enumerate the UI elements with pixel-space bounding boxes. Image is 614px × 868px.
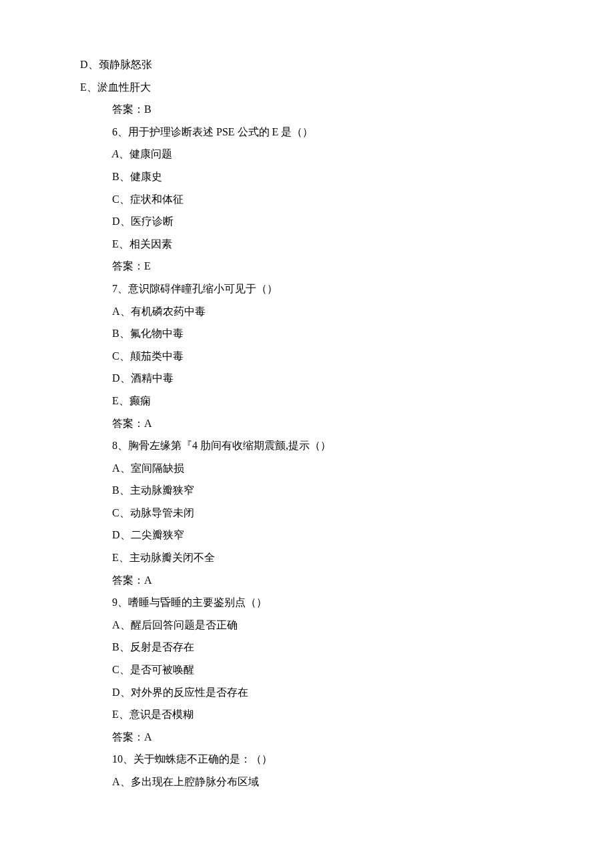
text-line: C、症状和体征 — [80, 188, 534, 211]
text-line: 答案：A — [80, 726, 534, 749]
text-line: E、意识是否模糊 — [80, 703, 534, 726]
line-text: E、意识是否模糊 — [112, 709, 194, 720]
text-line: B、主动脉瓣狭窄 — [80, 479, 534, 502]
text-line: A、有机磷农药中毒 — [80, 300, 534, 323]
text-line: 7、意识隙碍伴瞳孔缩小可见于（） — [80, 278, 534, 300]
text-line: 8、胸骨左缘第『4 肋间有收缩期震颤,提示（） — [80, 434, 534, 457]
line-text: 答案：E — [112, 260, 151, 272]
text-line: D、对外界的反应性是否存在 — [80, 681, 534, 704]
text-line: B、健康史 — [80, 165, 534, 188]
text-line: E、淤血性肝大 — [80, 76, 534, 99]
line-text: D、二尖瓣狭窄 — [112, 529, 184, 540]
line-text: 答案：A — [112, 731, 152, 743]
text-line: 答案：B — [80, 98, 534, 121]
line-text: E、淤血性肝大 — [80, 81, 151, 93]
text-line: E、主动脉瓣关闭不全 — [80, 546, 534, 569]
text-line: C、是否可被唤醒 — [80, 659, 534, 681]
option-prefix: A — [112, 148, 119, 159]
text-line: 9、嗜睡与昏睡的主要鉴别点（） — [80, 591, 534, 614]
document-content: D、颈静脉怒张E、淤血性肝大答案：B6、用于护理诊断表述 PSE 公式的 E 是… — [80, 53, 534, 793]
text-line: D、医疗诊断 — [80, 210, 534, 233]
line-text: 8、胸骨左缘第『4 肋间有收缩期震颤,提示（） — [112, 440, 331, 451]
line-text: B、反射是否存在 — [112, 641, 194, 653]
document-page: D、颈静脉怒张E、淤血性肝大答案：B6、用于护理诊断表述 PSE 公式的 E 是… — [0, 0, 614, 847]
line-text: A、多出现在上腔静脉分布区域 — [112, 776, 259, 787]
text-line: 答案：A — [80, 412, 534, 435]
text-line: A、多出现在上腔静脉分布区域 — [80, 771, 534, 793]
line-text: 答案：A — [112, 574, 152, 586]
line-text: D、对外界的反应性是否存在 — [112, 687, 248, 698]
text-line: A、醒后回答问题是否正确 — [80, 614, 534, 636]
text-line: 6、用于护理诊断表述 PSE 公式的 E 是（） — [80, 121, 534, 143]
line-text: E、相关因素 — [112, 238, 172, 250]
line-text: D、医疗诊断 — [112, 215, 174, 227]
text-line: E、相关因素 — [80, 233, 534, 256]
line-text: A、室间隔缺损 — [112, 462, 184, 474]
text-line: B、氟化物中毒 — [80, 322, 534, 345]
line-text: A、醒后回答问题是否正确 — [112, 619, 238, 630]
text-line: D、二尖瓣狭窄 — [80, 524, 534, 546]
text-line: D、酒精中毒 — [80, 367, 534, 390]
line-text: 、健康问题 — [119, 148, 172, 159]
line-text: C、是否可被唤醒 — [112, 664, 194, 675]
line-text: 7、意识隙碍伴瞳孔缩小可见于（） — [112, 283, 278, 294]
text-line: 答案：E — [80, 255, 534, 278]
line-text: B、主动脉瓣狭窄 — [112, 484, 194, 496]
text-line: 10、关于蜘蛛痣不正确的是：（） — [80, 748, 534, 771]
text-line: C、颠茄类中毒 — [80, 345, 534, 368]
line-text: B、氟化物中毒 — [112, 328, 184, 339]
line-text: 10、关于蜘蛛痣不正确的是：（） — [112, 753, 272, 765]
line-text: D、酒精中毒 — [112, 372, 174, 384]
text-line: D、颈静脉怒张 — [80, 53, 534, 76]
line-text: E、主动脉瓣关闭不全 — [112, 552, 215, 563]
text-line: E、癫痫 — [80, 390, 534, 412]
line-text: B、健康史 — [112, 171, 162, 182]
line-text: 答案：B — [112, 103, 151, 115]
line-text: 9、嗜睡与昏睡的主要鉴别点（） — [112, 596, 267, 608]
text-line: C、动脉导管未闭 — [80, 502, 534, 524]
line-text: C、颠茄类中毒 — [112, 350, 184, 362]
line-text: D、颈静脉怒张 — [80, 59, 152, 70]
text-line: B、反射是否存在 — [80, 636, 534, 659]
line-text: 6、用于护理诊断表述 PSE 公式的 E 是（） — [112, 126, 313, 137]
text-line: 答案：A — [80, 569, 534, 592]
line-text: C、动脉导管未闭 — [112, 507, 194, 518]
line-text: 答案：A — [112, 418, 152, 429]
text-line: A、健康问题 — [80, 143, 534, 165]
text-line: A、室间隔缺损 — [80, 457, 534, 480]
line-text: C、症状和体征 — [112, 193, 184, 205]
line-text: A、有机磷农药中毒 — [112, 306, 206, 317]
line-text: E、癫痫 — [112, 395, 151, 406]
